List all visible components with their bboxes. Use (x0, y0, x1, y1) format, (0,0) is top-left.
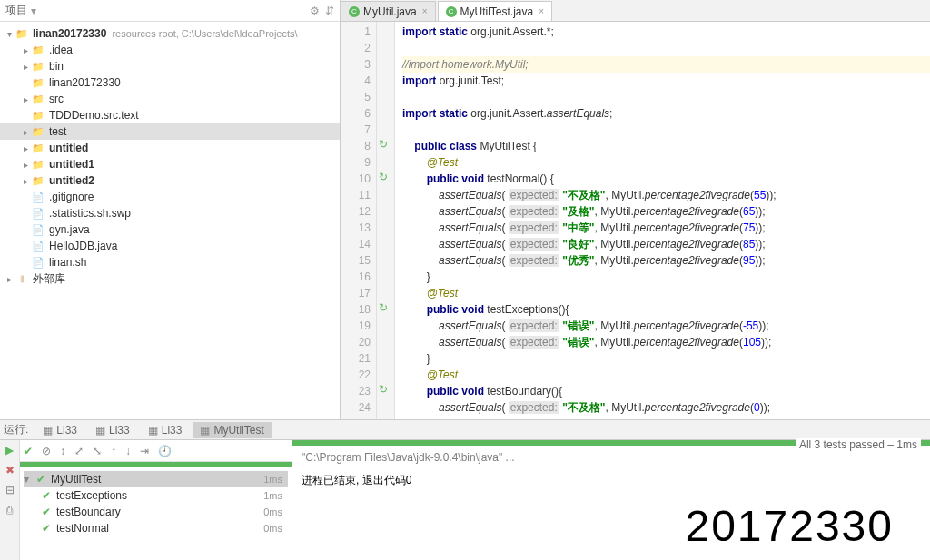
tree-item[interactable]: 📄.gitignore (0, 189, 340, 205)
sort-icon[interactable]: ↕ (60, 445, 65, 457)
tree-item-label: src (49, 93, 64, 105)
tree-item[interactable]: 📄gyn.java (0, 221, 340, 238)
code-area[interactable]: import static org.junit.Assert.*; //impo… (395, 22, 930, 419)
class-icon: C (349, 6, 360, 17)
history-icon[interactable]: 🕘 (158, 445, 172, 457)
test-time: 0ms (263, 506, 288, 517)
next-icon[interactable]: ↓ (125, 445, 131, 457)
folder-icon: 📁 (31, 59, 45, 74)
folder-icon: 📁 (31, 157, 45, 172)
run-mark-icon[interactable]: ↻ (379, 383, 388, 396)
editor-panel: CMyUtil.java×CMyUtilTest.java× 123456789… (341, 0, 930, 419)
project-label: 项目 (5, 3, 27, 18)
expand-icon[interactable]: ⤢ (74, 445, 84, 457)
close-icon[interactable]: × (539, 6, 544, 16)
close-icon[interactable]: × (422, 6, 428, 16)
collapse-icon[interactable]: ⤡ (93, 445, 102, 457)
tree-item[interactable]: ▸📁bin (0, 58, 340, 74)
check-icon: ✔ (40, 506, 53, 518)
run-tab-icon: ▦ (95, 424, 105, 437)
file-icon: 📄 (31, 239, 45, 253)
folder-icon: 📁 (31, 92, 45, 106)
test-tree[interactable]: ▾✔MyUtilTest1ms✔testExceptions1ms✔testBo… (20, 467, 292, 560)
run-tab-label: Li33 (109, 424, 130, 437)
run-tab[interactable]: ▦Li33 (35, 422, 84, 438)
editor-tab[interactable]: CMyUtilTest.java× (438, 1, 553, 21)
test-label: MyUtilTest (51, 473, 101, 486)
tree-item[interactable]: ▸📁test (0, 123, 340, 140)
tree-item-label: gyn.java (49, 223, 90, 236)
tree-item-label: untitled (49, 142, 88, 154)
test-label: testExceptions (56, 489, 127, 502)
editor-tabs[interactable]: CMyUtil.java×CMyUtilTest.java× (341, 0, 930, 22)
console-path: "C:\Program Files\Java\jdk-9.0.4\bin\jav… (302, 451, 921, 464)
test-row[interactable]: ✔testNormal0ms (24, 520, 288, 536)
export-icon[interactable]: ⇥ (140, 445, 149, 457)
editor-tab[interactable]: CMyUtil.java× (341, 1, 436, 21)
prev-icon[interactable]: ↑ (111, 445, 116, 457)
test-label: testBoundary (56, 506, 121, 518)
stop-icon[interactable]: ✖ (5, 464, 15, 476)
tree-item-label: .gitignore (49, 191, 94, 203)
gear-icon[interactable]: ⚙ (310, 5, 320, 17)
tree-item[interactable]: ▸📁.idea (0, 42, 340, 58)
tab-label: MyUtil.java (363, 5, 417, 18)
test-toolbar[interactable]: ✔ ⊘ ↕ ⤢ ⤡ ↑ ↓ ⇥ 🕘 (20, 440, 292, 462)
tree-item[interactable]: 📄HelloJDB.java (0, 238, 340, 254)
run-mark-icon[interactable]: ↻ (379, 138, 388, 151)
folder-icon: 📁 (31, 75, 45, 90)
tree-item[interactable]: 📁TDDDemo.src.text (0, 107, 340, 123)
tree-item[interactable]: ▸📁untitled1 (0, 156, 340, 172)
run-label: 运行: (4, 422, 28, 437)
folder-icon: 📁 (31, 43, 45, 57)
tree-item-label: linan.sh (49, 256, 86, 269)
tree-item[interactable]: 📄linan.sh (0, 254, 340, 270)
check-icon: ✔ (35, 473, 47, 486)
tree-external[interactable]: ▸ ⫴ 外部库 (0, 270, 340, 287)
dump-icon[interactable]: ⎙ (6, 504, 13, 516)
folder-icon: 📁 (31, 124, 45, 139)
run-tabs[interactable]: 运行: ▦Li33▦Li33▦Li33▦MyUtilTest (0, 420, 930, 440)
run-mark-icon[interactable]: ↻ (379, 301, 388, 314)
run-tab[interactable]: ▦MyUtilTest (193, 422, 271, 438)
run-sidebar: ▶ ✖ ⊟ ⎙ (0, 440, 20, 560)
test-row[interactable]: ✔testExceptions1ms (24, 487, 288, 504)
project-header[interactable]: 项目 ▾ ⚙ ⇵ (0, 0, 340, 22)
collapse-icon[interactable]: ⇵ (325, 5, 334, 17)
tree-item-label: untitled1 (49, 158, 94, 171)
code-editor[interactable]: 123456789101112131415161718192021222324 … (341, 22, 930, 419)
check-icon: ✔ (40, 522, 53, 535)
run-tab[interactable]: ▦Li33 (88, 422, 137, 438)
folder-icon: 📁 (15, 26, 29, 41)
tree-item[interactable]: 📄.statistics.sh.swp (0, 205, 340, 221)
tree-ext-label: 外部库 (33, 271, 65, 287)
file-icon: 📄 (31, 206, 45, 221)
tree-item-label: TDDDemo.src.text (49, 109, 139, 122)
play-icon[interactable]: ▶ (5, 444, 14, 457)
tree-item[interactable]: ▸📁src (0, 91, 340, 107)
line-gutter: 123456789101112131415161718192021222324 (341, 22, 377, 419)
tree-item[interactable]: ▸📁untitled (0, 140, 340, 156)
test-time: 0ms (263, 523, 288, 534)
pin-icon[interactable]: ⊟ (5, 484, 15, 496)
watermark: 20172330 (685, 501, 894, 551)
tree-item-label: HelloJDB.java (49, 240, 117, 252)
filter-icon[interactable]: ⊘ (42, 445, 51, 457)
file-icon: 📄 (31, 255, 45, 270)
run-mark-icon[interactable]: ↻ (379, 171, 388, 183)
tree-item-label: linan20172330 (49, 76, 121, 89)
project-tree[interactable]: ▾ 📁 linan20172330 resources root, C:\Use… (0, 22, 340, 419)
file-icon: 📄 (31, 190, 45, 204)
tree-item[interactable]: ▸📁untitled2 (0, 172, 340, 189)
test-row[interactable]: ✔testBoundary0ms (24, 504, 288, 520)
check-icon: ✔ (40, 489, 53, 502)
run-tab[interactable]: ▦Li33 (141, 422, 190, 438)
tree-root-label: linan20172330 (33, 27, 106, 40)
tree-item-label: test (49, 125, 66, 138)
console[interactable]: All 3 tests passed – 1ms "C:\Program Fil… (292, 440, 930, 560)
test-row[interactable]: ▾✔MyUtilTest1ms (24, 471, 288, 487)
tree-item[interactable]: 📁linan20172330 (0, 74, 340, 91)
ok-icon[interactable]: ✔ (24, 445, 33, 457)
console-exit: 进程已结束, 退出代码0 (302, 473, 921, 488)
tree-root[interactable]: ▾ 📁 linan20172330 resources root, C:\Use… (0, 25, 340, 42)
